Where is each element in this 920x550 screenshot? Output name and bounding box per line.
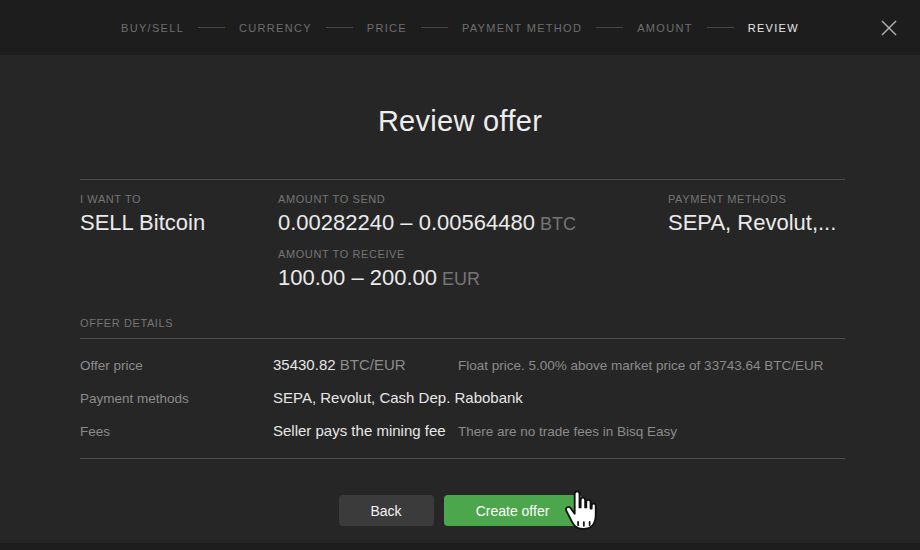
step-payment-method[interactable]: PAYMENT METHOD xyxy=(462,22,582,34)
offer-price-note: Float price. 5.00% above market price of… xyxy=(458,358,845,373)
offer-price-label: Offer price xyxy=(80,358,273,373)
page-title: Review offer xyxy=(0,105,920,138)
payment-methods-label: PAYMENT METHODS xyxy=(668,193,845,205)
summary-col-direction: I WANT TO SELL Bitcoin xyxy=(80,193,278,303)
payment-methods-row-label: Payment methods xyxy=(80,391,273,406)
payment-methods-row-value: SEPA, Revolut, Cash Dep. Rabobank xyxy=(273,389,458,406)
summary-col-amounts: AMOUNT TO SEND 0.00282240 – 0.00564480BT… xyxy=(278,193,668,303)
step-review[interactable]: REVIEW xyxy=(748,22,799,34)
offer-price-code: BTC/EUR xyxy=(340,356,406,373)
i-want-to-value: SELL Bitcoin xyxy=(80,211,278,234)
step-divider xyxy=(421,27,448,28)
step-divider xyxy=(198,27,225,28)
step-buy-sell[interactable]: BUY/SELL xyxy=(121,22,184,34)
fees-note: There are no trade fees in Bisq Easy xyxy=(458,424,845,439)
amount-to-receive-code: EUR xyxy=(442,269,480,289)
table-row-fees: Fees Seller pays the mining fee There ar… xyxy=(80,414,845,447)
step-currency[interactable]: CURRENCY xyxy=(239,22,312,34)
wizard-top-bar: BUY/SELL CURRENCY PRICE PAYMENT METHOD A… xyxy=(0,0,920,55)
close-icon[interactable] xyxy=(877,16,901,40)
i-want-to-label: I WANT TO xyxy=(80,193,278,205)
table-row-offer-price: Offer price 35430.82 BTC/EUR Float price… xyxy=(80,348,845,381)
step-divider xyxy=(707,27,734,28)
step-divider xyxy=(326,27,353,28)
summary-col-payment: PAYMENT METHODS SEPA, Revolut,... xyxy=(668,193,845,303)
amount-to-send-code: BTC xyxy=(540,214,576,234)
wizard-stepper: BUY/SELL CURRENCY PRICE PAYMENT METHOD A… xyxy=(121,22,799,34)
fees-value: Seller pays the mining fee xyxy=(273,422,458,439)
amount-to-send-label: AMOUNT TO SEND xyxy=(278,193,668,205)
step-price[interactable]: PRICE xyxy=(367,22,407,34)
amount-to-receive-value: 100.00 – 200.00EUR xyxy=(278,266,668,289)
offer-details-header: OFFER DETAILS xyxy=(80,317,845,339)
payment-methods-value: SEPA, Revolut,... xyxy=(668,211,845,234)
action-bar: Back Create offer xyxy=(0,495,920,526)
step-divider xyxy=(596,27,623,28)
step-amount[interactable]: AMOUNT xyxy=(637,22,692,34)
back-button[interactable]: Back xyxy=(339,495,434,526)
offer-summary: I WANT TO SELL Bitcoin AMOUNT TO SEND 0.… xyxy=(80,179,845,303)
offer-details-section: OFFER DETAILS Offer price 35430.82 BTC/E… xyxy=(80,317,845,459)
review-offer-panel: Review offer I WANT TO SELL Bitcoin AMOU… xyxy=(0,55,920,543)
amount-to-send-value: 0.00282240 – 0.00564480BTC xyxy=(278,211,668,234)
fees-label: Fees xyxy=(80,424,273,439)
table-row-payment-methods: Payment methods SEPA, Revolut, Cash Dep.… xyxy=(80,381,845,414)
create-offer-button[interactable]: Create offer xyxy=(444,495,582,526)
offer-price-value: 35430.82 BTC/EUR xyxy=(273,356,458,373)
amount-to-receive-label: AMOUNT TO RECEIVE xyxy=(278,248,668,260)
